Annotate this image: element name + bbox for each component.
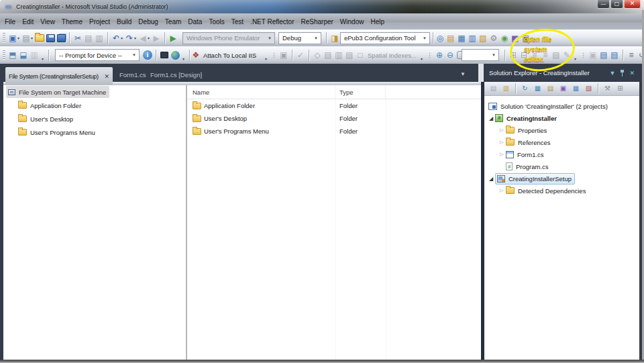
menu-help[interactable]: Help xyxy=(367,15,388,29)
se-item-solution-creatinginstaller-2-p[interactable]: Solution 'CreatingInstaller' (2 projects… xyxy=(484,100,639,112)
menu-project[interactable]: Project xyxy=(86,15,113,29)
se-expand-icon[interactable]: ⊞ xyxy=(614,83,627,95)
fs-tree-item[interactable]: User's Programs Menu xyxy=(3,125,186,139)
menu-window[interactable]: Window xyxy=(337,15,368,29)
se-tools-icon[interactable]: ⚒ xyxy=(601,83,614,95)
decrease-indent-icon[interactable]: ▤ xyxy=(598,50,609,61)
se-item-form1-cs[interactable]: ▷Form1.cs xyxy=(484,148,639,160)
tools-options-icon[interactable]: ⚙ xyxy=(488,32,499,44)
find-in-files-icon[interactable]: ◎ xyxy=(435,32,445,44)
target-device-combo[interactable]: Windows Phone Emulator▼ xyxy=(182,32,275,44)
save-icon[interactable] xyxy=(45,32,56,44)
dropdown-caret-icon[interactable]: ▾ xyxy=(134,36,136,40)
attach-iis-icon[interactable]: ❖ xyxy=(191,50,201,61)
column-header-type[interactable]: Type xyxy=(335,85,386,99)
spatial-window1-icon[interactable]: ▤ xyxy=(323,50,333,61)
dropdown-caret-icon[interactable]: ▾ xyxy=(17,36,19,40)
menu-tools[interactable]: Tools xyxy=(205,15,227,29)
maximize-button[interactable]: ▢ xyxy=(610,0,623,9)
properties-window-icon[interactable]: ▦ xyxy=(456,32,467,44)
se-designer-view-icon[interactable]: ▣ xyxy=(557,83,570,95)
menu-test[interactable]: Test xyxy=(228,15,247,29)
start-page-icon[interactable]: ◉ xyxy=(499,32,510,44)
zoom-level-combo[interactable]: ▼ xyxy=(462,49,499,61)
copy-icon[interactable]: ▤ xyxy=(83,32,94,44)
new-project-icon[interactable]: ▣ xyxy=(7,32,18,44)
dropdown-caret-icon[interactable]: ▾ xyxy=(31,36,33,40)
open-file-icon[interactable] xyxy=(34,32,45,44)
toolbar-grip[interactable] xyxy=(3,50,5,60)
menu-edit[interactable]: Edit xyxy=(19,15,37,29)
solution-explorer-icon[interactable]: ▤ xyxy=(445,32,456,44)
toolbar-overflow-icon[interactable]: ▾ xyxy=(421,56,423,64)
format-document-icon[interactable]: ▣ xyxy=(588,50,598,61)
menu-debug[interactable]: Debug xyxy=(135,15,161,29)
toolbar-grip[interactable] xyxy=(3,33,5,43)
data-compare-icon[interactable]: ⬓ xyxy=(18,50,29,61)
tab-file-system[interactable]: File System (CreatingInstallerSetup) ✕ xyxy=(5,67,113,85)
fs-tree-item[interactable]: User's Desktop xyxy=(3,112,186,125)
menu-file[interactable]: File xyxy=(1,15,19,29)
connect-globe-icon[interactable] xyxy=(170,50,180,61)
collapsed-arrow-icon[interactable]: ▷ xyxy=(498,188,506,193)
dropdown-caret-icon[interactable]: ▾ xyxy=(121,36,123,40)
spatial-window3-icon[interactable]: ▤ xyxy=(344,50,355,61)
tsql-editor-icon[interactable]: ▥ xyxy=(29,50,40,61)
tab-close-icon[interactable]: ✕ xyxy=(104,73,109,80)
navigate-forward-icon[interactable]: ▶ xyxy=(151,32,162,44)
menu-theme[interactable]: Theme xyxy=(58,15,86,29)
expanded-arrow-icon[interactable]: ◢ xyxy=(487,115,495,121)
validate-icon[interactable]: ✓ xyxy=(295,50,306,61)
redo-icon[interactable]: ↷ xyxy=(124,32,135,44)
menu-build[interactable]: Build xyxy=(113,15,135,29)
undo-icon[interactable]: ↶ xyxy=(111,32,121,44)
zoom-out-icon[interactable]: ⊖ xyxy=(445,50,455,61)
increase-indent-icon[interactable]: ▤ xyxy=(609,50,620,61)
menu-team[interactable]: Team xyxy=(162,15,184,29)
comment-icon[interactable]: ≡ xyxy=(626,50,637,61)
se-properties-icon[interactable]: ▤ xyxy=(487,83,500,95)
spatial-window2-icon[interactable]: ▥ xyxy=(333,50,344,61)
device-screen-icon[interactable] xyxy=(159,50,170,61)
toolbar-overflow-icon[interactable]: ▾ xyxy=(182,56,184,64)
collapsed-arrow-icon[interactable]: ▷ xyxy=(498,127,506,133)
document-list-dropdown-icon[interactable]: ▼ xyxy=(460,71,466,77)
menu-data[interactable]: Data xyxy=(184,15,205,29)
profiler-icon[interactable]: ▣ xyxy=(278,50,289,61)
close-button[interactable]: ✕ xyxy=(624,0,641,9)
solution-configuration-combo[interactable]: Debug▼ xyxy=(278,32,321,44)
toolbar-overflow-icon[interactable]: ▾ xyxy=(42,56,44,64)
file-list-row[interactable]: User's DesktopFolder xyxy=(187,112,481,125)
menu-view[interactable]: View xyxy=(37,15,58,29)
add-new-item-icon[interactable]: ▤ xyxy=(21,32,32,44)
paste-icon[interactable]: ▥ xyxy=(94,32,105,44)
epub3-combo[interactable]: ePub3 Configuration Tool▼ xyxy=(340,32,430,44)
menu-resharper[interactable]: ReSharper xyxy=(298,15,337,29)
tab-form1-cs-design[interactable]: Form1.cs [Design] xyxy=(144,67,209,82)
se-item-properties[interactable]: ▷Properties xyxy=(484,124,639,136)
se-item-references[interactable]: ▷References xyxy=(484,136,639,148)
file-list-row[interactable]: Application FolderFolder xyxy=(187,99,481,112)
se-item-creatinginstaller[interactable]: ◢CreatingInstaller xyxy=(484,112,639,124)
navigate-back-icon[interactable]: ◀ xyxy=(138,32,148,44)
fs-root-item[interactable]: File System on Target Machine xyxy=(3,85,186,99)
se-refresh-icon[interactable]: ↻ xyxy=(519,83,531,95)
column-header-name[interactable]: Name xyxy=(187,85,335,99)
collapsed-arrow-icon[interactable]: ▷ xyxy=(498,140,506,145)
spatial-share-icon[interactable]: ◇ xyxy=(312,50,323,61)
se-code-view-icon[interactable]: ▤ xyxy=(544,83,557,95)
fs-tree-item[interactable]: Application Folder xyxy=(3,99,186,112)
start-debugging-icon[interactable]: ▶ xyxy=(168,32,178,44)
se-pin-icon[interactable]: ⊼ xyxy=(620,70,625,76)
se-show-all-files-icon[interactable]: ▥ xyxy=(500,83,513,95)
se-copy-site-icon[interactable]: ▦ xyxy=(531,83,544,95)
se-close-icon[interactable]: ✕ xyxy=(629,70,635,76)
se-add-reference-icon[interactable]: ▨ xyxy=(582,83,595,95)
save-all-icon[interactable] xyxy=(56,32,66,44)
toolbar-overflow-icon[interactable]: ▾ xyxy=(265,56,267,64)
toolbox-icon[interactable]: ▧ xyxy=(478,32,488,44)
se-item-creatinginstallersetup[interactable]: ◢CreatingInstallerSetup xyxy=(484,172,639,185)
file-list-row[interactable]: User's Programs MenuFolder xyxy=(187,125,481,138)
toolbar-overflow-icon[interactable]: ▾ xyxy=(574,56,576,64)
object-browser-icon[interactable]: ▥ xyxy=(467,32,478,44)
